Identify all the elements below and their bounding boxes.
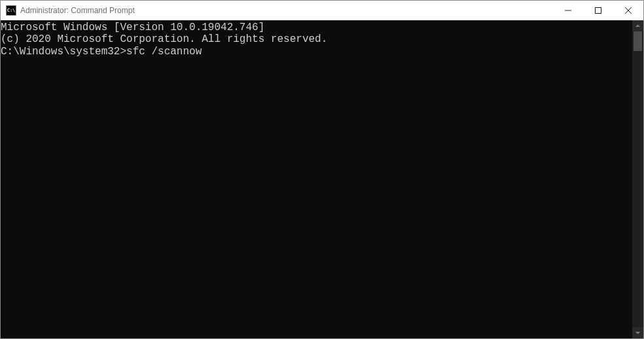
maximize-icon [595, 7, 601, 14]
scrollbar-thumb[interactable] [634, 31, 642, 51]
minimize-icon [565, 7, 571, 14]
command-prompt-window: C:\ Administrator: Command Prompt Micros… [0, 0, 644, 339]
scroll-down-button[interactable] [632, 327, 643, 338]
window-controls [553, 1, 643, 20]
cmd-icon-text: C:\ [7, 9, 16, 13]
cmd-icon: C:\ [6, 5, 16, 16]
terminal-prompt: C:\Windows\system32> [1, 46, 126, 58]
scroll-up-button[interactable] [632, 20, 643, 31]
titlebar[interactable]: C:\ Administrator: Command Prompt [1, 1, 643, 20]
chevron-up-icon [635, 24, 640, 28]
window-title: Administrator: Command Prompt [20, 6, 553, 15]
terminal-output[interactable]: Microsoft Windows [Version 10.0.19042.74… [1, 20, 632, 338]
close-button[interactable] [613, 1, 643, 20]
terminal-command-input[interactable]: sfc /scannow [126, 46, 202, 58]
terminal-line: (c) 2020 Microsoft Corporation. All righ… [1, 33, 632, 45]
vertical-scrollbar[interactable] [632, 20, 643, 338]
close-icon [625, 7, 632, 14]
svg-rect-0 [596, 8, 601, 14]
terminal-prompt-line: C:\Windows\system32>sfc /scannow [1, 46, 632, 58]
chevron-down-icon [635, 330, 640, 335]
terminal-container: Microsoft Windows [Version 10.0.19042.74… [1, 20, 643, 338]
maximize-button[interactable] [583, 1, 613, 20]
minimize-button[interactable] [553, 1, 583, 20]
terminal-line: Microsoft Windows [Version 10.0.19042.74… [1, 22, 632, 33]
